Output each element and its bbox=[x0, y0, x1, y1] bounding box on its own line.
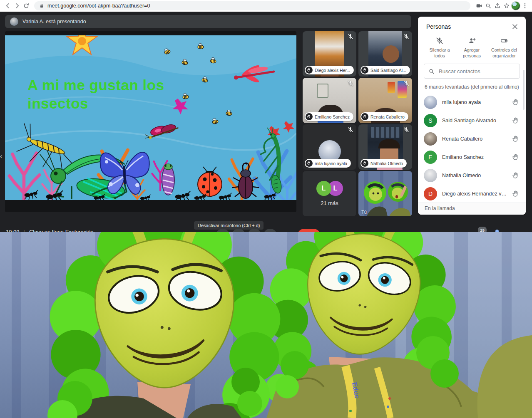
participant-row-mila[interactable]: mila lujano ayala bbox=[418, 93, 526, 111]
participant-row-emiliano[interactable]: E Emiliano Sanchez bbox=[418, 148, 526, 166]
mic-tooltip: Desactivar micrófono (Ctrl + d) bbox=[194, 221, 264, 230]
address-bar[interactable]: meet.google.com/oot-akpm-baa?authuser=0 bbox=[34, 1, 470, 10]
search-contacts-box[interactable] bbox=[424, 64, 520, 79]
browser-forward-button[interactable] bbox=[12, 1, 22, 10]
tile-name-pill: mila lujano ayala bbox=[305, 159, 351, 168]
mic-off-icon bbox=[347, 126, 354, 133]
people-panel: Personas Silenciar a todos Agregar perso… bbox=[418, 17, 526, 215]
participant-avatar bbox=[424, 169, 437, 182]
url-text: meet.google.com/oot-akpm-baa?authuser=0 bbox=[47, 3, 150, 9]
browser-menu-icon[interactable] bbox=[520, 1, 530, 10]
overflow-avatars: L L bbox=[316, 181, 343, 196]
shelf bbox=[371, 127, 400, 138]
costume-photo: Educ bbox=[0, 232, 532, 418]
participant-avatar bbox=[424, 96, 437, 109]
raised-hand-icon bbox=[512, 153, 520, 161]
participant-avatar bbox=[424, 132, 437, 146]
raised-hand-icon bbox=[512, 99, 520, 106]
zoom-search-icon[interactable] bbox=[484, 1, 493, 10]
browser-toolbar: meet.google.com/oot-akpm-baa?authuser=0 bbox=[0, 0, 532, 12]
mic-off-icon bbox=[403, 126, 410, 133]
raised-hands-header: 6 manos levantadas (del primero al últim… bbox=[418, 83, 526, 93]
raised-hand-icon bbox=[361, 113, 368, 120]
mic-off-icon bbox=[403, 80, 410, 87]
raised-hand-icon bbox=[512, 172, 520, 180]
people-panel-title: Personas bbox=[426, 23, 451, 30]
video-tile-emiliano[interactable]: Emiliano Sanchez bbox=[303, 78, 356, 123]
poster bbox=[388, 82, 395, 93]
raised-hand-icon bbox=[512, 135, 520, 143]
mic-off-icon bbox=[403, 33, 410, 40]
raised-hand-icon bbox=[361, 160, 368, 167]
self-label: Tú bbox=[361, 210, 367, 215]
raised-hand-icon bbox=[306, 160, 313, 167]
toggle-icon bbox=[500, 37, 508, 45]
video-tile-said[interactable]: Said Santiago Al... bbox=[358, 31, 412, 77]
participant-row-diego[interactable]: D Diego alexis Hernández villagra bbox=[418, 185, 526, 203]
self-video-tile[interactable]: Tú bbox=[358, 171, 412, 216]
person-add-icon bbox=[468, 37, 476, 45]
panel-scrollbar[interactable] bbox=[523, 70, 525, 110]
raised-hand-icon bbox=[306, 113, 313, 120]
overflow-count: 21 más bbox=[321, 200, 338, 206]
in-call-section-header: En la llamada bbox=[418, 203, 526, 215]
video-tile-renata[interactable]: Renata Caballero bbox=[358, 78, 412, 123]
slide-illustration bbox=[5, 35, 296, 200]
bookmark-star-icon[interactable] bbox=[502, 1, 511, 10]
presenting-banner: Varinia A. está presentando bbox=[5, 15, 411, 28]
participant-row-said[interactable]: S Said Santiago Alvarado bbox=[418, 111, 526, 130]
raised-hand-icon bbox=[361, 67, 368, 74]
video-tile-diego[interactable]: Diego alexis Her... bbox=[303, 31, 356, 77]
participant-avatar: D bbox=[424, 187, 437, 200]
participant-row-renata[interactable]: Renata Caballero bbox=[418, 130, 526, 148]
wall-frame bbox=[317, 84, 328, 98]
browser-reload-button[interactable] bbox=[22, 1, 31, 10]
lock-icon bbox=[38, 1, 45, 10]
raised-hand-icon bbox=[512, 190, 520, 198]
video-tile-nathalia[interactable]: Nathalia Olmedo bbox=[358, 124, 412, 170]
screen: meet.google.com/oot-akpm-baa?authuser=0 … bbox=[0, 0, 532, 418]
tile-name-pill: Renata Caballero bbox=[360, 112, 408, 121]
participant-hair bbox=[378, 139, 400, 148]
mic-off-icon bbox=[347, 33, 354, 40]
camera-permission-icon[interactable] bbox=[475, 1, 484, 10]
add-people-button[interactable]: Agregar personas bbox=[456, 37, 488, 59]
filmstrip-scroll-chevron-icon[interactable]: ‹ bbox=[0, 153, 2, 160]
raised-hand-icon bbox=[306, 67, 313, 74]
presenter-text: Varinia A. está presentando bbox=[22, 19, 86, 25]
participant-avatar: E bbox=[424, 151, 437, 164]
participant-row-nathalia[interactable]: Nathalia Olmedo bbox=[418, 166, 526, 185]
search-icon bbox=[428, 68, 435, 74]
video-tile-mila[interactable]: mila lujano ayala bbox=[303, 124, 356, 170]
raised-hand-icon bbox=[512, 117, 520, 125]
tile-name-pill: Emiliano Sanchez bbox=[305, 112, 353, 121]
slide-title: A mi me gustan los insectos bbox=[27, 76, 181, 113]
presenter-avatar bbox=[10, 17, 18, 26]
mic-off-icon bbox=[435, 37, 444, 45]
share-icon[interactable] bbox=[493, 1, 502, 10]
overflow-avatar-1: L bbox=[316, 181, 331, 196]
mic-off-icon bbox=[347, 80, 354, 87]
participant-avatar: S bbox=[424, 114, 437, 127]
browser-back-button[interactable] bbox=[3, 1, 12, 10]
browser-profile-avatar[interactable] bbox=[511, 1, 520, 10]
tile-name-pill: Nathalia Olmedo bbox=[360, 159, 407, 168]
tile-name-pill: Diego alexis Her... bbox=[305, 66, 354, 74]
mute-all-button[interactable]: Silenciar a todos bbox=[424, 37, 455, 59]
tile-name-pill: Said Santiago Al... bbox=[360, 66, 410, 74]
participant-head bbox=[383, 45, 399, 63]
overflow-tile[interactable]: L L 21 más bbox=[303, 171, 356, 216]
host-controls-button[interactable]: Controles del organizador bbox=[488, 37, 520, 59]
close-icon[interactable] bbox=[511, 22, 519, 31]
presentation-stage[interactable]: A mi me gustan los insectos bbox=[5, 31, 296, 212]
search-contacts-input[interactable] bbox=[438, 68, 515, 75]
